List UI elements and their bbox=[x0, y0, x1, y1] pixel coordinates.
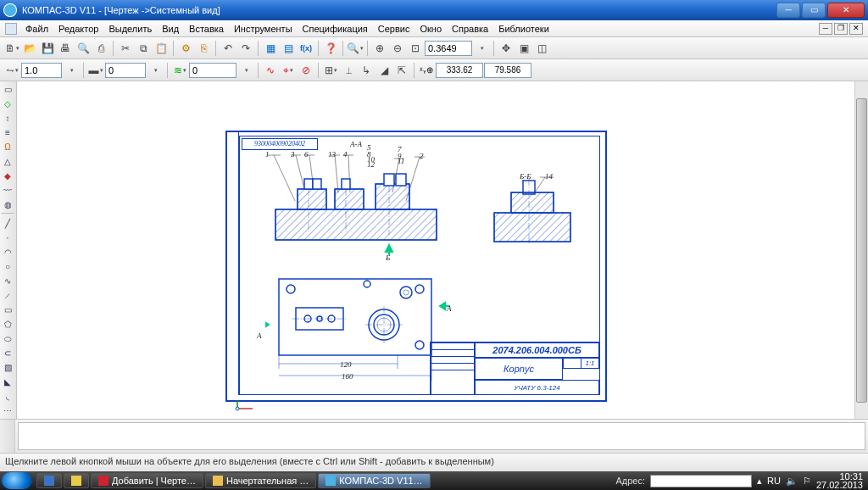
zoom-window-button[interactable]: ⊡ bbox=[407, 40, 424, 57]
measure-tool[interactable]: 〰 bbox=[1, 184, 14, 198]
mdi-minimize-button[interactable]: ─ bbox=[819, 23, 832, 35]
state-icon[interactable]: ▬ bbox=[87, 62, 104, 79]
close-button[interactable]: ✕ bbox=[827, 3, 865, 18]
ellipse-tool[interactable]: ⬭ bbox=[1, 332, 14, 346]
offset-tool[interactable]: ⊂ bbox=[1, 347, 14, 360]
layer-icon[interactable]: ≋ bbox=[171, 62, 188, 79]
round-button[interactable]: ◢ bbox=[376, 62, 392, 79]
coord-y-readout[interactable]: 79.586 bbox=[484, 63, 531, 78]
hatch-tool[interactable]: ▨ bbox=[1, 361, 14, 375]
copy-button[interactable]: ⧉ bbox=[135, 40, 152, 57]
zoom-input[interactable] bbox=[425, 41, 472, 56]
line-tool[interactable]: ╱ bbox=[1, 217, 14, 231]
edit-tool[interactable]: △ bbox=[1, 155, 14, 169]
fillet-tool[interactable]: ◟ bbox=[1, 390, 14, 404]
menu-service[interactable]: Сервис bbox=[373, 22, 415, 36]
fx-button[interactable]: f(x) bbox=[298, 40, 314, 57]
orient-button[interactable]: ⇱ bbox=[393, 62, 410, 79]
aux-tool[interactable]: ⋯ bbox=[1, 404, 14, 418]
menu-edit[interactable]: Редактор bbox=[53, 22, 103, 36]
taskbar-pin-2[interactable] bbox=[64, 473, 89, 488]
vars-button[interactable]: ▤ bbox=[280, 40, 297, 57]
menu-libraries[interactable]: Библиотеки bbox=[493, 22, 554, 36]
arc-tool[interactable]: ◠ bbox=[1, 246, 14, 259]
minimize-button[interactable]: ─ bbox=[776, 3, 800, 18]
state-input[interactable] bbox=[105, 63, 146, 78]
local-cs-button[interactable]: ↳ bbox=[358, 62, 375, 79]
refresh-button[interactable]: ◫ bbox=[533, 40, 550, 57]
taskbar-pin-1[interactable] bbox=[36, 473, 62, 488]
spec-tool[interactable]: ◍ bbox=[1, 198, 14, 212]
state-spin[interactable] bbox=[147, 62, 164, 79]
layer-input[interactable] bbox=[189, 63, 236, 78]
zoom-all-button[interactable]: ▣ bbox=[515, 40, 532, 57]
drawing-canvas[interactable]: 930004009020402 А-А Б-Б bbox=[17, 81, 868, 434]
open-button[interactable]: 📂 bbox=[21, 40, 38, 57]
pan-button[interactable]: ✥ bbox=[498, 40, 515, 57]
mdi-doc-icon[interactable] bbox=[5, 23, 17, 35]
ortho-button[interactable]: ⟂ bbox=[340, 62, 357, 79]
step-input[interactable] bbox=[21, 63, 62, 78]
coord-x-readout[interactable]: 333.62 bbox=[436, 63, 483, 78]
geometry-tool[interactable]: ◇ bbox=[1, 97, 14, 111]
preview-button[interactable]: 🔍 bbox=[75, 40, 92, 57]
menu-tools[interactable]: Инструменты bbox=[229, 22, 298, 36]
attrs-button[interactable]: ⎙ bbox=[92, 40, 109, 57]
menu-spec[interactable]: Спецификация bbox=[298, 22, 373, 36]
address-input[interactable] bbox=[650, 475, 752, 487]
poly-tool[interactable]: ⬠ bbox=[1, 318, 14, 331]
zoom-in-button[interactable]: ⊕ bbox=[371, 40, 388, 57]
tray-lang[interactable]: RU bbox=[767, 476, 781, 486]
start-button[interactable] bbox=[2, 472, 32, 489]
snap-off-button[interactable]: ⊘ bbox=[298, 62, 314, 79]
tray-volume-icon[interactable]: 🔈 bbox=[786, 476, 798, 487]
step-spin[interactable] bbox=[63, 62, 80, 79]
grid-button[interactable]: ⊞ bbox=[322, 62, 339, 79]
menu-insert[interactable]: Вставка bbox=[184, 22, 229, 36]
cut-button[interactable]: ✂ bbox=[117, 40, 134, 57]
layer-spin[interactable] bbox=[237, 62, 254, 79]
polyline-tool[interactable]: ⟋ bbox=[1, 289, 14, 303]
tray-clock[interactable]: 10:31 27.02.2013 bbox=[816, 472, 863, 489]
taskbar-item-opera[interactable]: Добавить | Черте… bbox=[91, 473, 203, 488]
save-button[interactable]: 💾 bbox=[39, 40, 56, 57]
spline-tool[interactable]: ∿ bbox=[1, 275, 14, 288]
select-tool[interactable]: ▭ bbox=[1, 83, 14, 97]
menu-window[interactable]: Окно bbox=[415, 22, 447, 36]
point-tool[interactable]: · bbox=[1, 231, 14, 245]
zoom-scale-icon[interactable]: 🔍 bbox=[347, 40, 364, 57]
step-type-icon[interactable]: ⥊ bbox=[3, 62, 20, 79]
props-button[interactable]: ⚙ bbox=[177, 40, 194, 57]
undo-button[interactable]: ↶ bbox=[220, 40, 236, 57]
panel-handle[interactable] bbox=[0, 420, 15, 453]
print-button[interactable]: 🖶 bbox=[57, 40, 74, 57]
taskbar-item-kompas[interactable]: КОМПАС-3D V11… bbox=[318, 473, 430, 488]
tray-expand-icon[interactable]: ▴ bbox=[757, 476, 762, 487]
mdi-restore-button[interactable]: ❐ bbox=[834, 23, 848, 35]
mdi-close-button[interactable]: ✕ bbox=[849, 23, 863, 35]
message-area[interactable] bbox=[18, 422, 865, 450]
menu-select[interactable]: Выделить bbox=[103, 22, 157, 36]
menu-view[interactable]: Вид bbox=[157, 22, 184, 36]
circle-tool[interactable]: ○ bbox=[1, 260, 14, 274]
zoom-dropdown[interactable] bbox=[473, 40, 490, 57]
scrollbar-vertical[interactable] bbox=[854, 81, 868, 420]
taskbar-item-folder[interactable]: Начертательная … bbox=[205, 473, 316, 488]
snap-menu-button[interactable]: ⌖ bbox=[280, 62, 297, 79]
manager-button[interactable]: ▦ bbox=[262, 40, 279, 57]
notation-tool[interactable]: ≡ bbox=[1, 126, 14, 140]
menu-file[interactable]: Файл bbox=[20, 22, 53, 36]
text-tool[interactable]: Ω bbox=[1, 141, 14, 154]
copy-props-button[interactable]: ⎘ bbox=[195, 40, 212, 57]
menu-help[interactable]: Справка bbox=[447, 22, 493, 36]
dimension-tool[interactable]: ↕ bbox=[1, 112, 14, 125]
rect-tool[interactable]: ▭ bbox=[1, 303, 14, 317]
maximize-button[interactable]: ▭ bbox=[802, 3, 826, 18]
help-context-button[interactable]: ❓ bbox=[322, 40, 339, 57]
chamfer-tool[interactable]: ◣ bbox=[1, 376, 14, 389]
redo-button[interactable]: ↷ bbox=[237, 40, 254, 57]
tray-flag-icon[interactable]: ⚐ bbox=[803, 476, 811, 487]
param-tool[interactable]: ◆ bbox=[1, 170, 14, 183]
new-button[interactable]: 🗎 bbox=[3, 40, 20, 57]
paste-button[interactable]: 📋 bbox=[153, 40, 170, 57]
